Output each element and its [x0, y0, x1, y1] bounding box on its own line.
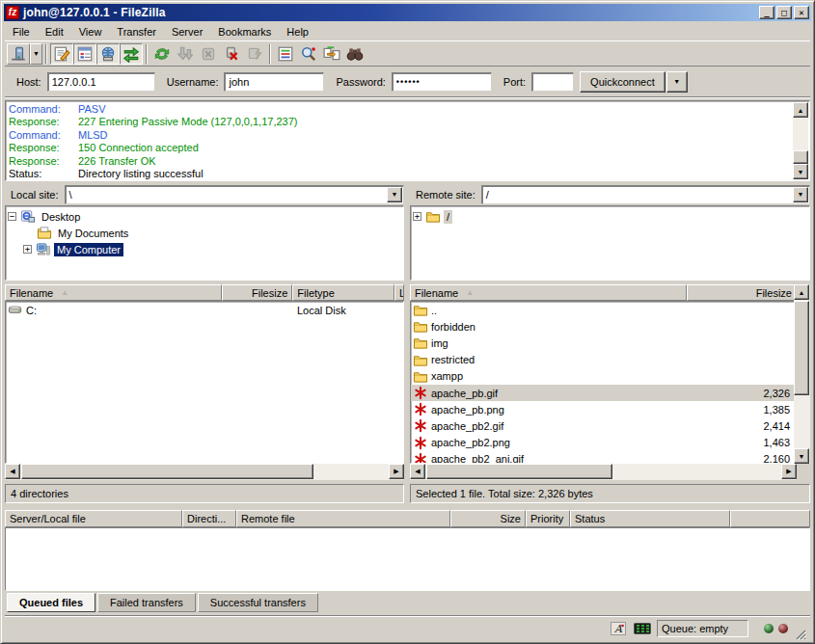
- menu-edit[interactable]: Edit: [38, 24, 71, 40]
- toolbar-separator: [269, 44, 271, 64]
- quickconnect-button[interactable]: Quickconnect: [580, 71, 666, 93]
- synchronized-browsing-icon: [323, 45, 340, 63]
- toggle-message-log-button[interactable]: [50, 43, 73, 65]
- scroll-right-button[interactable]: ▶: [389, 464, 404, 479]
- scroll-down-button[interactable]: ▼: [793, 164, 808, 179]
- username-input[interactable]: [224, 72, 324, 92]
- process-queue-button[interactable]: [174, 43, 197, 65]
- scroll-thumb[interactable]: [21, 464, 313, 479]
- data-type-indicator-icon[interactable]: A: [609, 621, 628, 636]
- file-row[interactable]: apache_pb2_ani.gif 2,160: [411, 451, 796, 464]
- tree-item-my-documents[interactable]: My Documents: [8, 225, 403, 241]
- column-header-status[interactable]: Status: [570, 510, 730, 527]
- file-row-selected[interactable]: apache_pb.gif 2,326: [411, 385, 796, 401]
- local-horizontal-scrollbar[interactable]: ◀ ▶: [5, 464, 404, 480]
- tab-failed-transfers[interactable]: Failed transfers: [97, 593, 196, 612]
- reconnect-button[interactable]: [243, 43, 266, 65]
- folder-icon: [413, 319, 428, 334]
- site-manager-dropdown[interactable]: ▼: [30, 43, 42, 65]
- menu-help[interactable]: Help: [279, 24, 316, 40]
- scroll-right-button[interactable]: ▶: [781, 464, 797, 479]
- expand-box[interactable]: +: [413, 212, 421, 221]
- filezilla-logo-icon[interactable]: fz: [6, 6, 19, 19]
- column-header-filename[interactable]: Filename▲: [5, 284, 222, 301]
- speed-limits-icon[interactable]: [633, 621, 652, 636]
- compare-directories-button[interactable]: [297, 43, 320, 65]
- refresh-button[interactable]: [150, 43, 174, 65]
- scroll-down-button[interactable]: ▼: [794, 448, 809, 464]
- local-site-combo[interactable]: \ ▼: [65, 185, 404, 204]
- message-log-icon: [53, 45, 70, 63]
- column-header-filename[interactable]: Filename▲: [410, 284, 687, 301]
- tab-successful-transfers[interactable]: Successful transfers: [198, 593, 318, 612]
- scroll-thumb[interactable]: [426, 464, 612, 479]
- close-button[interactable]: ✕: [794, 6, 809, 19]
- scroll-up-button[interactable]: ▲: [794, 284, 809, 300]
- minimize-button[interactable]: _: [759, 6, 774, 19]
- scroll-left-button[interactable]: ◀: [410, 464, 425, 479]
- column-header-filesize[interactable]: Filesize: [687, 284, 797, 301]
- synchronized-browsing-button[interactable]: [320, 43, 343, 65]
- quickconnect-bar: Host: Username: Password: Port: Quickcon…: [5, 67, 810, 97]
- desktop-icon: [20, 209, 36, 224]
- file-row[interactable]: apache_pb2.gif 2,414: [411, 417, 796, 434]
- remote-vertical-scrollbar[interactable]: ▲ ▼: [794, 284, 810, 464]
- scroll-thumb[interactable]: [794, 301, 809, 395]
- column-header-last-modified[interactable]: L: [394, 284, 404, 301]
- menu-view[interactable]: View: [71, 24, 110, 40]
- menu-server[interactable]: Server: [164, 24, 210, 40]
- menu-file[interactable]: File: [5, 24, 38, 40]
- file-row[interactable]: forbidden: [411, 318, 796, 335]
- filter-button[interactable]: [274, 43, 297, 65]
- tree-item-desktop[interactable]: − Desktop: [8, 208, 403, 225]
- file-row[interactable]: ..: [411, 302, 796, 318]
- disconnect-button[interactable]: [220, 43, 243, 65]
- combo-dropdown-button[interactable]: ▼: [387, 187, 402, 202]
- toggle-transfer-queue-button[interactable]: [120, 43, 143, 65]
- scroll-up-button[interactable]: ▲: [793, 102, 808, 118]
- toggle-remote-tree-button[interactable]: [96, 43, 120, 65]
- file-row[interactable]: restricted: [411, 352, 796, 368]
- find-files-button[interactable]: [343, 43, 367, 65]
- quickconnect-dropdown[interactable]: ▼: [666, 71, 688, 93]
- image-file-icon: [413, 386, 428, 400]
- folder-icon: [425, 209, 441, 224]
- menu-transfer[interactable]: Transfer: [109, 24, 164, 40]
- resize-grip[interactable]: [793, 627, 806, 640]
- file-row-c-drive[interactable]: C: Local Disk: [6, 302, 403, 318]
- maximize-button[interactable]: □: [776, 6, 792, 19]
- tree-item-root[interactable]: + /: [413, 208, 809, 225]
- expand-box[interactable]: +: [23, 245, 32, 254]
- scroll-thumb[interactable]: [793, 150, 808, 164]
- drive-icon: [8, 303, 23, 317]
- menu-bookmarks[interactable]: Bookmarks: [210, 24, 279, 40]
- column-header-filetype[interactable]: Filetype: [292, 284, 394, 301]
- log-line: Response:150 Connection accepted: [9, 142, 791, 154]
- port-input[interactable]: [531, 72, 574, 92]
- log-vertical-scrollbar[interactable]: ▲ ▼: [793, 102, 808, 179]
- column-header-direction[interactable]: Directi...: [182, 510, 236, 527]
- collapse-box[interactable]: −: [8, 212, 16, 221]
- tree-item-my-computer[interactable]: + My Computer: [8, 241, 403, 257]
- file-row[interactable]: apache_pb2.png 1,463: [411, 435, 796, 451]
- column-header-size[interactable]: Size: [450, 510, 526, 527]
- file-row[interactable]: apache_pb.png 1,385: [411, 401, 796, 417]
- password-input[interactable]: [392, 72, 492, 92]
- combo-dropdown-button[interactable]: ▼: [793, 187, 808, 202]
- scroll-left-button[interactable]: ◀: [5, 464, 20, 479]
- tab-queued-files[interactable]: Queued files: [7, 593, 95, 612]
- file-row[interactable]: img: [411, 335, 796, 351]
- host-input[interactable]: [47, 72, 155, 92]
- column-header-server-local-file[interactable]: Server/Local file: [5, 510, 182, 527]
- column-header-priority[interactable]: Priority: [526, 510, 570, 527]
- toggle-local-tree-button[interactable]: [73, 43, 96, 65]
- queue-list[interactable]: [5, 527, 810, 591]
- remote-horizontal-scrollbar[interactable]: ◀ ▶: [410, 464, 797, 480]
- file-row[interactable]: xampp: [411, 368, 796, 385]
- cancel-operation-button[interactable]: [197, 43, 220, 65]
- activity-led-green-icon: [764, 624, 774, 633]
- remote-site-combo[interactable]: / ▼: [481, 185, 810, 204]
- site-manager-button[interactable]: [7, 43, 30, 65]
- column-header-remote-file[interactable]: Remote file: [236, 510, 450, 527]
- column-header-filesize[interactable]: Filesize: [222, 284, 292, 301]
